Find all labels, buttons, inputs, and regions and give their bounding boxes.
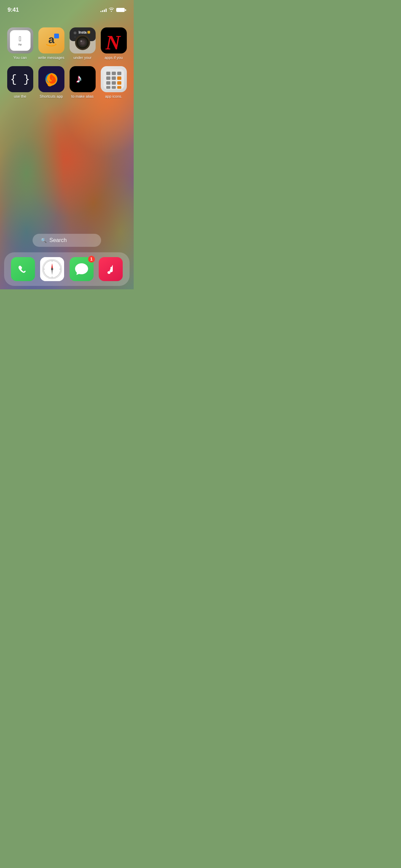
svg-text:a: a	[48, 33, 54, 46]
appletv-icon:  TV	[7, 27, 33, 53]
svg-rect-27	[112, 81, 116, 85]
svg-point-43	[107, 271, 110, 274]
svg-rect-26	[106, 81, 110, 85]
netflix-label: apps if you	[105, 56, 123, 60]
status-time: 9:41	[8, 7, 19, 13]
svg-rect-23	[106, 76, 110, 80]
svg-point-14	[74, 36, 76, 38]
svg-text:Insta: Insta	[78, 31, 87, 34]
svg-rect-2	[54, 34, 59, 38]
app-grid:  TV You can a write messages	[0, 21, 134, 104]
amazon-icon: a	[38, 27, 64, 53]
svg-rect-11	[87, 31, 90, 34]
scriptable-icon: { }	[7, 66, 33, 92]
app-item-scriptable[interactable]: { } use the	[6, 66, 34, 99]
firefox-label: Shortcuts app	[40, 94, 63, 99]
app-item-tiktok[interactable]: ♪ ♪ ♪ to make alias	[69, 66, 96, 99]
app-item-appletv[interactable]:  TV You can	[6, 27, 34, 60]
search-container: 🔍 Search	[0, 234, 134, 252]
dock: 1	[4, 252, 130, 286]
dock-app-phone[interactable]	[11, 257, 35, 281]
status-bar: 9:41	[0, 0, 134, 17]
phone-icon	[11, 257, 35, 281]
instagram-icon: Insta	[70, 27, 96, 53]
app-item-netflix[interactable]: N apps if you	[100, 27, 127, 60]
search-text: Search	[49, 237, 67, 243]
svg-rect-21	[112, 72, 116, 75]
firefox-icon	[38, 66, 64, 92]
search-icon: 🔍	[41, 238, 47, 243]
wifi-icon	[109, 7, 114, 13]
tiktok-label: to make alias	[71, 94, 94, 99]
dock-app-messages[interactable]: 1	[70, 257, 94, 281]
app-item-calculator[interactable]: app icons.	[100, 66, 127, 99]
svg-rect-30	[112, 86, 116, 89]
svg-text:N: N	[105, 31, 121, 51]
battery-icon	[116, 8, 126, 12]
tiktok-icon: ♪ ♪ ♪	[70, 66, 96, 92]
svg-rect-31	[117, 86, 121, 89]
app-item-firefox[interactable]: Shortcuts app	[37, 66, 65, 99]
svg-point-10	[80, 40, 82, 42]
dock-app-music[interactable]	[99, 257, 123, 281]
svg-rect-22	[117, 72, 121, 75]
app-item-amazon[interactable]: a write messages	[37, 27, 65, 60]
netflix-icon: N	[101, 27, 127, 53]
app-item-instagram[interactable]: Insta under your	[69, 27, 96, 60]
appletv-label: You can	[13, 56, 27, 60]
svg-rect-28	[117, 81, 121, 85]
amazon-label: write messages	[38, 56, 64, 60]
calculator-icon	[101, 66, 127, 92]
svg-rect-20	[106, 72, 110, 75]
calculator-label: app icons.	[105, 94, 122, 99]
status-icons	[100, 7, 126, 13]
safari-icon	[40, 257, 64, 281]
instagram-label: under your	[73, 56, 92, 60]
svg-rect-24	[112, 76, 116, 80]
dock-app-safari[interactable]	[40, 257, 64, 281]
svg-point-13	[74, 32, 76, 34]
svg-rect-29	[106, 86, 110, 89]
messages-badge: 1	[88, 256, 95, 263]
search-bar[interactable]: 🔍 Search	[33, 234, 101, 247]
music-icon	[99, 257, 123, 281]
svg-point-41	[51, 268, 53, 270]
svg-rect-25	[117, 76, 121, 80]
signal-bars-icon	[100, 8, 107, 12]
scriptable-label: use the	[14, 94, 26, 99]
svg-marker-1	[55, 43, 56, 45]
